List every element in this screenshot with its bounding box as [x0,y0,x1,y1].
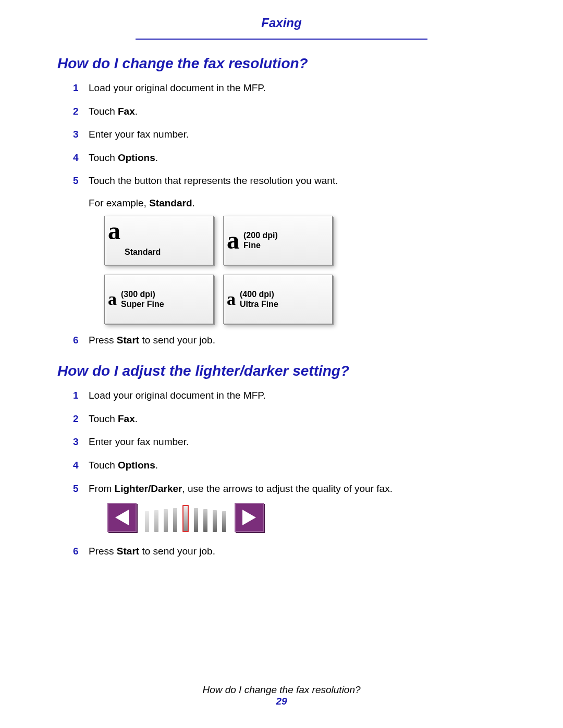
triangle-left-icon [115,510,129,525]
svg-marker-0 [115,510,129,525]
slider-bar [173,508,177,532]
header-rule [136,39,427,40]
step-text: Touch Fax. [89,413,138,424]
slider-bar [194,508,198,532]
step-number: 6 [73,545,79,559]
step-number: 2 [73,105,79,119]
step-text: Touch Options. [89,152,158,163]
step-text: Press Start to send your job. [89,335,215,346]
step-sub: For example, Standard. [89,196,506,211]
section1-heading: How do I change the fax resolution? [57,55,506,72]
section2-heading: How do I adjust the lighter/darker setti… [57,363,506,379]
arrow-left-button[interactable] [107,503,137,532]
step: 5 From Lighter/Darker, use the arrows to… [73,482,506,536]
button-label: (400 dpi)Ultra Fine [240,289,278,309]
resolution-button-standard[interactable]: a Standard [104,216,214,265]
step: 2 Touch Fax. [73,105,506,119]
letter-a-icon: a [227,290,236,308]
slider-bar [145,511,149,532]
slider-bar [164,509,168,532]
step: 3 Enter your fax number. [73,435,506,449]
resolution-button-ultra-fine[interactable]: a (400 dpi)Ultra Fine [223,275,333,324]
page-footer: How do I change the fax resolution? 29 [0,684,563,707]
step-number: 4 [73,151,79,165]
slider-bar [213,510,217,532]
letter-a-icon: a [108,218,120,243]
step-number: 3 [73,128,79,142]
letter-a-icon: a [108,290,117,308]
button-label: (300 dpi)Super Fine [121,289,164,309]
step: 1 Load your original document in the MFP… [73,389,506,403]
step-text: Press Start to send your job. [89,546,215,557]
step-number: 3 [73,435,79,449]
button-label: (200 dpi)Fine [243,230,278,250]
step-number: 5 [73,174,79,188]
step-text: Touch Options. [89,460,158,471]
svg-marker-1 [242,510,256,525]
slider-track[interactable] [140,503,231,532]
section2-steps: 1 Load your original document in the MFP… [73,389,506,559]
step-number: 1 [73,81,79,95]
resolution-button-fine[interactable]: a (200 dpi)Fine [223,216,333,265]
step: 4 Touch Options. [73,459,506,473]
slider-bar [154,510,158,532]
step: 3 Enter your fax number. [73,128,506,142]
lighter-darker-slider [104,500,506,535]
resolution-button-super-fine[interactable]: a (300 dpi)Super Fine [104,275,214,324]
step-text: Touch Fax. [89,106,138,117]
slider-bar [203,509,207,532]
step: 4 Touch Options. [73,151,506,165]
step-number: 1 [73,389,79,403]
footer-page-number: 29 [0,696,563,707]
step-text: Enter your fax number. [89,129,189,140]
step-text: From Lighter/Darker, use the arrows to a… [89,483,393,494]
step: 2 Touch Fax. [73,412,506,426]
step-number: 2 [73,412,79,426]
letter-a-icon: a [227,228,239,253]
step-text: Enter your fax number. [89,436,189,447]
step-number: 5 [73,482,79,496]
step-text: Touch the button that represents the res… [89,175,338,186]
slider-bar [222,511,226,532]
step: 5 Touch the button that represents the r… [73,174,506,324]
section1-steps: 1 Load your original document in the MFP… [73,81,506,347]
arrow-right-button[interactable] [235,503,264,532]
step-text: Load your original document in the MFP. [89,82,266,93]
triangle-right-icon [242,510,256,525]
slider-bar-current [182,505,189,532]
step-number: 4 [73,459,79,473]
resolution-button-grid: a Standard a (200 dpi)Fine a (300 dpi)Su… [89,216,506,324]
step: 1 Load your original document in the MFP… [73,81,506,95]
header-title: Faxing [261,16,301,33]
step-text: Load your original document in the MFP. [89,390,266,401]
step: 6 Press Start to send your job. [73,334,506,348]
step-number: 6 [73,334,79,348]
page-header: Faxing [57,16,506,33]
step: 6 Press Start to send your job. [73,545,506,559]
footer-title: How do I change the fax resolution? [0,684,563,696]
button-label: Standard [125,247,161,257]
